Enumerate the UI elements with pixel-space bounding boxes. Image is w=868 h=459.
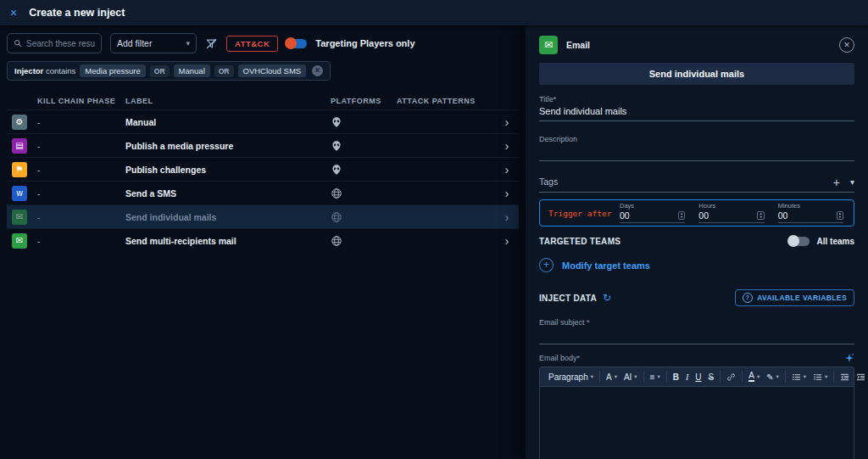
- filter-value[interactable]: Manual: [174, 64, 210, 77]
- stepper-icon[interactable]: ▴▾: [757, 211, 764, 220]
- table-row[interactable]: ✉-Send individual mails›: [7, 204, 519, 228]
- alignment-button[interactable]: ≡▾: [647, 372, 664, 383]
- globe-icon: [331, 188, 397, 199]
- tags-dropdown-icon[interactable]: ▾: [850, 178, 854, 187]
- targeted-teams-row: TARGETED TEAMS All teams: [539, 237, 854, 246]
- increase-indent-button[interactable]: [853, 372, 868, 383]
- font-size-button[interactable]: A▾: [603, 372, 620, 383]
- email-injector-icon: ✉: [539, 36, 558, 54]
- filter-bar: Search these results... Add filter ▾ ATT…: [7, 33, 526, 53]
- filter-value[interactable]: Media pressure: [80, 64, 145, 77]
- kill-chain-phase-cell: -: [37, 236, 125, 246]
- clear-filters-icon[interactable]: [205, 37, 218, 50]
- bold-button[interactable]: B: [670, 372, 682, 383]
- help-icon: ?: [743, 293, 753, 303]
- remove-filter-icon[interactable]: ✕: [312, 65, 323, 76]
- trigger-field-value[interactable]: 00: [620, 210, 630, 221]
- search-placeholder: Search these results...: [26, 39, 95, 48]
- toggle-thumb: [787, 235, 799, 247]
- toolbar-divider: [643, 371, 644, 383]
- ai-menu-button[interactable]: AI▾: [620, 372, 641, 383]
- close-dialog-icon[interactable]: ×: [10, 7, 17, 19]
- available-variables-label: AVAILABLE VARIABLES: [757, 294, 847, 302]
- email-subject-input[interactable]: [539, 329, 854, 344]
- available-variables-button[interactable]: ? AVAILABLE VARIABLES: [735, 289, 854, 306]
- trigger-minutes-input[interactable]: Minutes00▴▾: [771, 200, 850, 226]
- globe-icon: [331, 211, 397, 223]
- trigger-after-group: Trigger after Days00▴▾Hours00▴▾Minutes00…: [539, 199, 854, 227]
- underline-button[interactable]: U: [692, 372, 704, 383]
- email-body-row: Email body*: [539, 353, 854, 363]
- inject-label-cell: Publish challenges: [125, 165, 331, 175]
- email-injector-icon: ✉: [12, 233, 27, 249]
- challenges-injector-icon: ⚑: [12, 162, 27, 177]
- attack-matrix-button[interactable]: ATT&CK: [226, 36, 278, 52]
- page-title: Create a new inject: [29, 7, 125, 19]
- kill-chain-phase-cell: -: [37, 212, 125, 222]
- filter-join-operator[interactable]: OR: [214, 65, 234, 77]
- sms-injector-icon: w: [12, 186, 27, 201]
- alien-icon: [331, 164, 397, 176]
- filter-field: Injector contains: [14, 66, 75, 76]
- targeted-teams-label: TARGETED TEAMS: [539, 237, 620, 246]
- trigger-hours-input[interactable]: Hours00▴▾: [692, 200, 771, 226]
- targeting-players-label: Targeting Players only: [315, 38, 415, 48]
- toolbar-divider: [599, 371, 600, 383]
- strikethrough-button[interactable]: S: [705, 372, 718, 383]
- email-body-editor[interactable]: [539, 387, 854, 459]
- trigger-field-value[interactable]: 00: [698, 210, 709, 221]
- trigger-field-value[interactable]: 00: [778, 210, 788, 221]
- table-row[interactable]: ✉-Send multi-recipients mail›: [7, 228, 519, 252]
- highlight-button[interactable]: ✎▾: [763, 372, 782, 383]
- inject-data-label: INJECT DATA: [539, 294, 597, 303]
- tags-field[interactable]: Tags + ▾: [539, 176, 854, 193]
- table-row[interactable]: ▤-Publish a media pressure›: [7, 133, 519, 157]
- chevron-right-icon: ›: [495, 210, 519, 224]
- stepper-icon[interactable]: ▴▾: [837, 211, 843, 220]
- chevron-right-icon: ›: [495, 162, 519, 176]
- chevron-right-icon: ›: [495, 233, 519, 248]
- link-button[interactable]: [723, 372, 739, 383]
- trigger-field-label: Hours: [698, 202, 764, 210]
- table-row[interactable]: ⚙-Manual›: [7, 109, 519, 133]
- stepper-icon[interactable]: ▴▾: [678, 211, 685, 220]
- table-row[interactable]: w-Send a SMS›: [7, 181, 519, 204]
- targeting-players-toggle[interactable]: [287, 39, 307, 48]
- trigger-field-label: Days: [620, 202, 685, 210]
- email-subject-label: Email subject *: [539, 318, 854, 327]
- trigger-after-label: Trigger after: [548, 209, 613, 218]
- kill-chain-phase-cell: -: [37, 188, 125, 199]
- toolbar-divider: [666, 371, 667, 383]
- toolbar-divider: [720, 371, 721, 383]
- paragraph-style-select[interactable]: Paragraph▾: [545, 372, 597, 383]
- table-row[interactable]: ⚑-Publish challenges›: [7, 157, 519, 181]
- add-filter-select[interactable]: Add filter ▾: [110, 33, 197, 53]
- table-header: KILL CHAIN PHASE LABEL PLATFORMS ATTACK …: [7, 92, 519, 109]
- topbar: × Create a new inject: [0, 0, 868, 25]
- bullet-list-button[interactable]: ▾: [788, 372, 810, 383]
- description-field-input[interactable]: [539, 146, 854, 161]
- active-filter-chip[interactable]: Injector containsMedia pressureORManualO…: [7, 61, 331, 81]
- numbered-list-button[interactable]: ▾: [810, 372, 831, 383]
- filter-value[interactable]: OVHCloud SMS: [238, 64, 307, 77]
- inject-label-cell: Send multi-recipients mail: [125, 236, 331, 246]
- ai-sparkle-icon[interactable]: [844, 353, 854, 363]
- column-label: LABEL: [125, 97, 331, 105]
- italic-button[interactable]: I: [682, 372, 692, 383]
- create-inject-screen: × Create a new inject Search these resul…: [0, 0, 868, 459]
- email-injector-icon: ✉: [12, 210, 27, 225]
- font-color-button[interactable]: A▾: [745, 371, 763, 383]
- column-kill-chain-phase: KILL CHAIN PHASE: [37, 97, 125, 105]
- refresh-icon[interactable]: ↻: [603, 294, 611, 302]
- search-input[interactable]: Search these results...: [7, 33, 102, 53]
- close-drawer-icon[interactable]: ✕: [839, 37, 854, 53]
- all-teams-toggle[interactable]: [789, 237, 810, 246]
- media-pressure-injector-icon: ▤: [12, 138, 27, 154]
- chevron-right-icon: ›: [495, 115, 519, 129]
- filter-join-operator[interactable]: OR: [150, 65, 170, 77]
- title-field-input[interactable]: Send individual mails: [539, 106, 854, 121]
- decrease-indent-button[interactable]: [837, 372, 853, 383]
- modify-target-teams-button[interactable]: + Modify target teams: [539, 258, 854, 272]
- trigger-days-input[interactable]: Days00▴▾: [613, 200, 692, 226]
- add-tag-icon[interactable]: +: [833, 178, 840, 187]
